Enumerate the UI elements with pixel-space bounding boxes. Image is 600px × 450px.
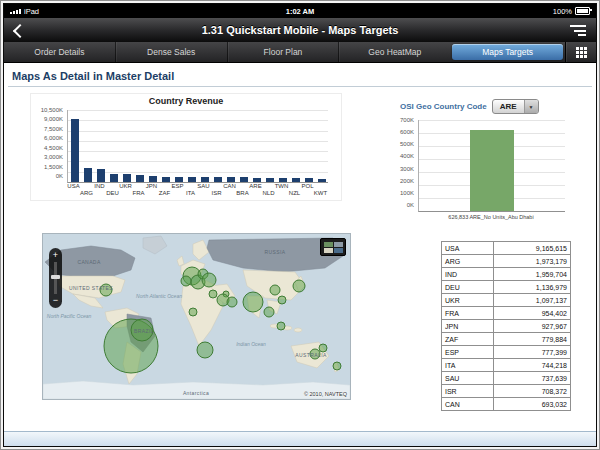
map-bubble[interactable] <box>197 342 213 358</box>
table-row[interactable]: CAN693,032 <box>442 398 571 411</box>
battery-icon <box>575 7 590 15</box>
zoom-slider[interactable] <box>54 262 57 294</box>
map-label: RUSSIA <box>264 249 285 255</box>
map-bubble[interactable] <box>181 276 191 286</box>
bar-UKR[interactable] <box>123 174 131 182</box>
map-attribution: © 2010, NAVTEQ <box>304 391 347 397</box>
bar-KWT[interactable] <box>318 179 326 182</box>
y-axis-labels: 700K600K500K400K300K200K100K0K <box>372 117 418 208</box>
bar-JPN[interactable] <box>149 176 157 182</box>
table-row[interactable]: FRA954,402 <box>442 307 571 320</box>
country-code-cell: SAU <box>442 372 494 385</box>
table-row[interactable]: ZAF779,884 <box>442 333 571 346</box>
map-bubble[interactable] <box>270 285 280 295</box>
clock: 1:02 AM <box>130 7 470 16</box>
table-row[interactable]: ITA744,218 <box>442 359 571 372</box>
x-label: NZL <box>289 190 300 196</box>
bar-BRA[interactable] <box>240 177 248 182</box>
country-code-cell: JPN <box>442 320 494 333</box>
revenue-cell: 1,973,179 <box>493 255 570 268</box>
map-layers-button[interactable] <box>320 238 346 256</box>
table-row[interactable]: JPN927,967 <box>442 320 571 333</box>
signal-icon <box>10 9 21 14</box>
bar-ESP[interactable] <box>175 177 183 182</box>
bar-USA[interactable] <box>71 119 79 182</box>
bottom-toolbar[interactable] <box>4 431 596 446</box>
carrier-label: iPad <box>24 7 39 16</box>
y-tick: 700K <box>372 117 414 123</box>
map-bubble[interactable] <box>278 296 286 304</box>
bar-FRA[interactable] <box>136 175 144 182</box>
table-row[interactable]: USA9,165,615 <box>442 242 571 255</box>
tab-bar: Order DetailsDense SalesFloor PlanGeo He… <box>4 42 596 63</box>
table-row[interactable]: SAU737,639 <box>442 372 571 385</box>
tab-floor-plan[interactable]: Floor Plan <box>227 42 339 62</box>
country-revenue-chart: Country Revenue 10,500K9,000K7,500K6,000… <box>30 93 342 201</box>
bar-POL[interactable] <box>305 178 313 182</box>
map-bubble[interactable] <box>293 280 305 292</box>
revenue-cell: 927,967 <box>493 320 570 333</box>
y-tick: 1,500K <box>33 164 63 170</box>
gridline <box>68 161 328 162</box>
revenue-cell: 779,884 <box>493 333 570 346</box>
table-row[interactable]: ARG1,973,179 <box>442 255 571 268</box>
bar-ISR[interactable] <box>214 177 222 182</box>
map-bubble[interactable] <box>189 308 197 316</box>
country-code-dropdown[interactable]: ARE ▼ <box>492 99 539 114</box>
bar-TWN[interactable] <box>279 178 287 182</box>
map-zoom-control[interactable]: + − <box>49 248 62 308</box>
map-bubble[interactable] <box>277 322 285 330</box>
sort-menu-icon[interactable] <box>570 25 586 36</box>
map-label: AUSTRALIA <box>295 352 327 358</box>
tab-dense-sales[interactable]: Dense Sales <box>115 42 227 62</box>
map-label: CANADA <box>77 259 101 265</box>
zoom-out-icon[interactable]: − <box>53 296 58 305</box>
map-label: BRAZIL <box>134 328 154 334</box>
revenue-cell: 737,639 <box>493 372 570 385</box>
map-bubble[interactable] <box>333 362 341 370</box>
y-tick: 300K <box>372 166 414 172</box>
table-row[interactable]: ESP777,399 <box>442 346 571 359</box>
table-row[interactable]: IND1,959,704 <box>442 268 571 281</box>
bar-ARE[interactable] <box>253 178 261 182</box>
map-bubble[interactable] <box>209 290 217 298</box>
map-label: North Pacific Ocean <box>47 313 92 319</box>
apps-grid-button[interactable] <box>565 42 596 62</box>
gridline <box>419 120 565 121</box>
x-label: UKR <box>119 183 132 189</box>
bar-626,833 ARE_No Units_Abu Dhabi[interactable] <box>470 130 514 211</box>
tab-geo-heatmap[interactable]: Geo HeatMap <box>338 42 450 62</box>
gridline <box>68 131 328 132</box>
table-row[interactable]: DEU1,136,979 <box>442 281 571 294</box>
battery-percent: 100% <box>553 7 572 16</box>
bar-DEU[interactable] <box>110 174 118 182</box>
tab-order-details[interactable]: Order Details <box>4 42 115 62</box>
map-bubble[interactable] <box>264 307 274 317</box>
map-bubble[interactable] <box>227 297 237 307</box>
zoom-in-icon[interactable]: + <box>53 251 58 260</box>
bar-ZAF[interactable] <box>162 177 170 182</box>
app-window: iPad 1:02 AM 100% 1.31 Quickstart Mobile… <box>4 4 596 446</box>
bar-CAN[interactable] <box>227 177 235 182</box>
map-bubble[interactable] <box>319 344 327 352</box>
y-tick: 10,500K <box>33 107 63 113</box>
table-row[interactable]: UKR1,097,137 <box>442 294 571 307</box>
x-label: ESP <box>171 183 183 189</box>
map-bubble[interactable] <box>202 273 216 287</box>
bar-IND[interactable] <box>97 169 105 182</box>
bar-ARG[interactable] <box>84 168 92 182</box>
tab-maps-targets[interactable]: Maps Targets <box>452 44 563 60</box>
x-label: USA <box>67 183 79 189</box>
bar-ITA[interactable] <box>188 177 196 182</box>
country-code-cell: ZAF <box>442 333 494 346</box>
bar-NZL[interactable] <box>292 178 300 182</box>
chart-plot-area <box>67 110 328 183</box>
x-label: ZAF <box>159 190 170 196</box>
table-row[interactable]: ISR708,372 <box>442 385 571 398</box>
world-map[interactable]: CANADAUNITED STATESBRAZILRUSSIAAUSTRALIA… <box>42 233 351 400</box>
revenue-cell: 777,399 <box>493 346 570 359</box>
bar-NLD[interactable] <box>266 178 274 182</box>
gridline <box>68 120 328 121</box>
bar-SAU[interactable] <box>201 177 209 182</box>
map-bubble[interactable] <box>243 292 263 312</box>
